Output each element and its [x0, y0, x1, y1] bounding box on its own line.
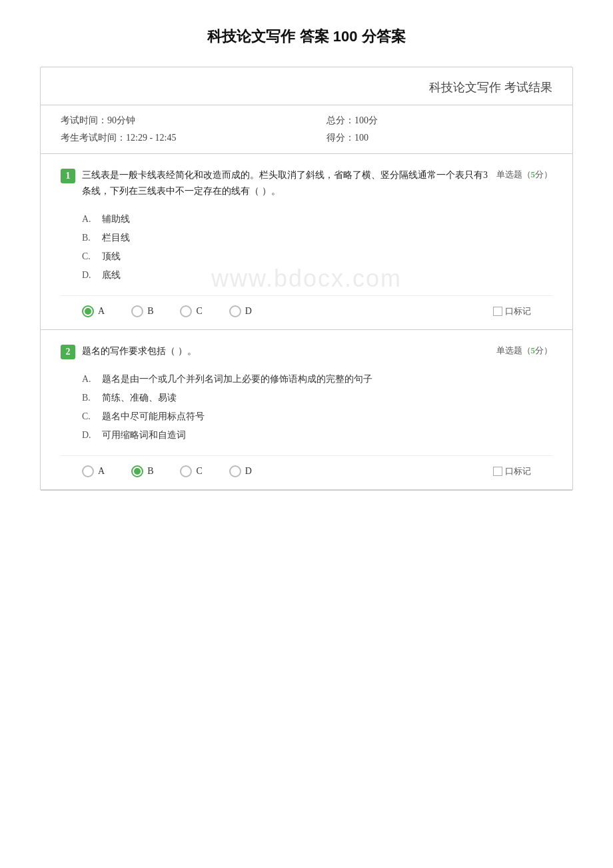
radio-circle [131, 465, 143, 477]
question-1-answer-row: ABCD口标记 [61, 295, 552, 329]
score-value: 100 [354, 133, 368, 143]
option-text: 栏目线 [102, 232, 130, 244]
option-label: C. [82, 411, 95, 422]
flag-text: 口标记 [505, 465, 531, 477]
option-text: 可用缩略词和自造词 [102, 429, 186, 441]
exam-time: 考试时间：90分钟 [61, 115, 287, 127]
exam-info-left: 考试时间：90分钟 考生考试时间：12:29 - 12:45 [61, 115, 287, 144]
option-text: 题名是由一个或几个并列名词加上必要的修饰语构成的完整的句子 [102, 373, 372, 385]
option-text: 题名中尽可能用标点符号 [102, 411, 205, 423]
answer-option-D[interactable]: D [229, 465, 252, 477]
question-2-option-A[interactable]: A.题名是由一个或几个并列名词加上必要的修饰语构成的完整的句子 [82, 370, 552, 389]
flag-icon [493, 307, 502, 316]
exam-info-right: 总分：100分 得分：100 [287, 115, 552, 144]
radio-circle [180, 305, 192, 317]
flag-label[interactable]: 口标记 [493, 305, 531, 317]
question-2-answer-row: ABCD口标记 [61, 455, 552, 489]
question-1: 1三线表是一般卡线表经简化和改造而成的。栏头取消了斜线，省略了横、竖分隔线通常一… [41, 154, 572, 330]
question-1-type: 单选题（5分） [496, 169, 553, 181]
question-2: 2题名的写作要求包括（ ）。单选题（5分）A.题名是由一个或几个并列名词加上必要… [41, 330, 572, 490]
score-label: 得分： [326, 133, 354, 143]
answer-option-A[interactable]: A [82, 305, 105, 317]
answer-option-D[interactable]: D [229, 305, 252, 317]
option-label: B. [82, 393, 95, 403]
question-1-option-A[interactable]: A.辅助线 [82, 210, 552, 229]
radio-circle [180, 465, 192, 477]
answer-option-label: C [196, 466, 202, 477]
student-score: 得分：100 [326, 132, 552, 144]
answer-option-C[interactable]: C [180, 305, 202, 317]
question-1-number: 1 [61, 169, 75, 183]
exam-header: 科技论文写作 考试结果 [41, 67, 572, 105]
question-2-text: 题名的写作要求包括（ ）。 [82, 343, 490, 359]
student-time-value: 12:29 - 12:45 [126, 133, 176, 143]
question-1-header: 1三线表是一般卡线表经简化和改造而成的。栏头取消了斜线，省略了横、竖分隔线通常一… [61, 167, 552, 199]
question-1-text: 三线表是一般卡线表经简化和改造而成的。栏头取消了斜线，省略了横、竖分隔线通常一个… [82, 167, 490, 199]
option-label: A. [82, 374, 95, 385]
question-1-option-C[interactable]: C.顶线 [82, 247, 552, 266]
option-text: 简练、准确、易读 [102, 392, 177, 404]
option-label: C. [82, 251, 95, 262]
page-title: 科技论文写作 答案 100 分答案 [40, 27, 573, 47]
radio-circle [229, 305, 241, 317]
total-score: 总分：100分 [326, 115, 552, 127]
option-text: 顶线 [102, 251, 121, 263]
answer-option-label: A [98, 466, 105, 477]
answer-option-label: C [196, 306, 202, 317]
total-score-value: 100分 [354, 115, 378, 125]
exam-container: www.bdocx.com 科技论文写作 考试结果 考试时间：90分钟 考生考试… [40, 67, 573, 491]
question-1-options: A.辅助线B.栏目线C.顶线D.底线 [61, 210, 552, 285]
flag-text: 口标记 [505, 305, 531, 317]
question-2-number: 2 [61, 345, 75, 359]
exam-info: 考试时间：90分钟 考生考试时间：12:29 - 12:45 总分：100分 得… [41, 105, 572, 154]
option-label: D. [82, 270, 95, 281]
option-label: B. [82, 233, 95, 243]
question-2-option-D[interactable]: D.可用缩略词和自造词 [82, 426, 552, 445]
option-label: D. [82, 430, 95, 441]
option-text: 底线 [102, 269, 121, 281]
radio-circle [82, 305, 94, 317]
answer-option-A[interactable]: A [82, 465, 105, 477]
question-2-type: 单选题（5分） [496, 345, 553, 357]
question-2-header: 2题名的写作要求包括（ ）。单选题（5分） [61, 343, 552, 359]
question-2-option-C[interactable]: C.题名中尽可能用标点符号 [82, 407, 552, 426]
answer-option-C[interactable]: C [180, 465, 202, 477]
option-label: A. [82, 214, 95, 225]
flag-icon [493, 467, 502, 476]
exam-time-label: 考试时间： [61, 115, 107, 125]
answer-option-label: D [245, 306, 252, 317]
exam-time-value: 90分钟 [107, 115, 135, 125]
radio-circle [229, 465, 241, 477]
answer-option-label: B [147, 466, 153, 477]
question-1-option-B[interactable]: B.栏目线 [82, 229, 552, 247]
answer-option-B[interactable]: B [131, 305, 153, 317]
answer-option-label: A [98, 306, 105, 317]
question-2-option-B[interactable]: B.简练、准确、易读 [82, 389, 552, 407]
questions-container: 1三线表是一般卡线表经简化和改造而成的。栏头取消了斜线，省略了横、竖分隔线通常一… [41, 154, 572, 490]
question-2-options: A.题名是由一个或几个并列名词加上必要的修饰语构成的完整的句子B.简练、准确、易… [61, 370, 552, 445]
flag-label[interactable]: 口标记 [493, 465, 531, 477]
radio-circle [82, 465, 94, 477]
option-text: 辅助线 [102, 213, 130, 225]
question-1-option-D[interactable]: D.底线 [82, 266, 552, 285]
student-time-label: 考生考试时间： [61, 133, 126, 143]
answer-option-label: B [147, 306, 153, 317]
answer-option-B[interactable]: B [131, 465, 153, 477]
answer-option-label: D [245, 466, 252, 477]
student-time: 考生考试时间：12:29 - 12:45 [61, 132, 287, 144]
total-score-label: 总分： [326, 115, 354, 125]
radio-circle [131, 305, 143, 317]
